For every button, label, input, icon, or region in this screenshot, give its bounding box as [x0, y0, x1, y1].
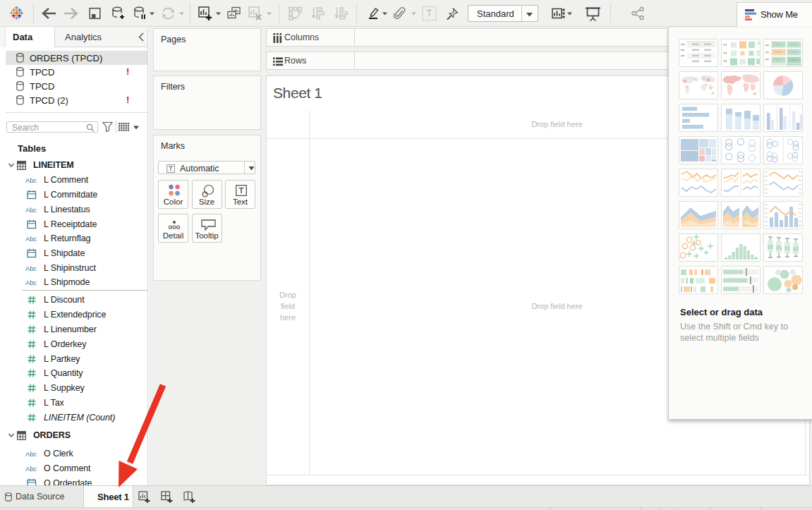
svg-text:Abc: Abc [25, 450, 37, 458]
svg-text:Abc: Abc [25, 264, 37, 272]
svg-text:Abc: Abc [25, 465, 37, 473]
svg-text:Abc: Abc [25, 235, 37, 243]
svg-text:Abc: Abc [25, 206, 37, 214]
svg-text:Abc: Abc [25, 279, 37, 286]
svg-text:Abc: Abc [25, 176, 37, 184]
